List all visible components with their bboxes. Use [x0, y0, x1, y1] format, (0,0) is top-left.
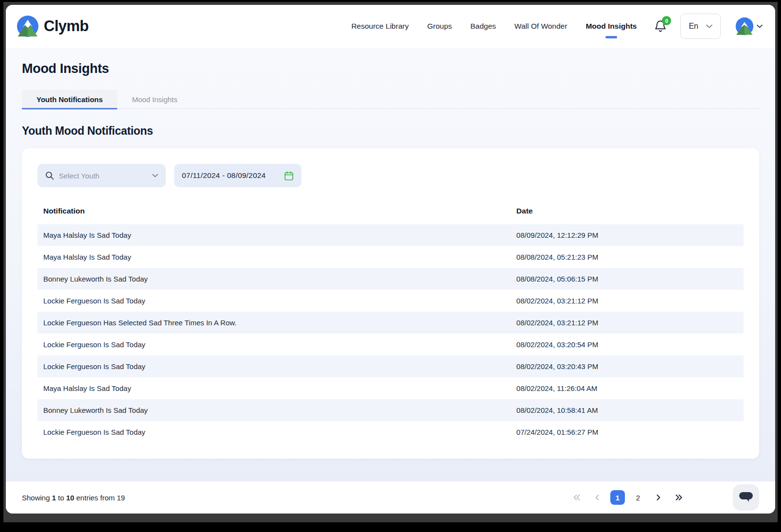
previous-page-button[interactable]	[590, 490, 604, 505]
notifications-card: Select Youth 07/11/2024 - 08/09/2024	[22, 148, 759, 459]
showing-to: to	[58, 494, 64, 502]
table-header-row: Notification Date	[37, 201, 744, 224]
user-menu[interactable]	[735, 17, 763, 35]
showing-word: Showing	[22, 494, 50, 502]
tab-bar: Youth Notifications Mood Insights	[22, 90, 759, 109]
language-select[interactable]: En	[680, 14, 721, 39]
section-title: Youth Mood Notifications	[22, 124, 759, 138]
search-icon	[45, 171, 54, 180]
nav-item-resource-library[interactable]: Resource Library	[351, 17, 408, 35]
clymb-mountain-icon	[17, 15, 39, 37]
table-row: Lockie Fergueson Is Sad Today08/02/2024,…	[37, 355, 744, 377]
table-row: Maya Halslay Is Sad Today08/02/2024, 11:…	[37, 377, 744, 399]
nav-item-badges[interactable]: Badges	[470, 17, 496, 35]
page-title: Mood Insights	[22, 61, 759, 76]
main-content: Mood Insights Youth Notifications Mood I…	[6, 48, 775, 481]
select-youth-placeholder: Select Youth	[59, 172, 99, 180]
chevron-down-icon	[152, 174, 158, 177]
date-cell: 08/09/2024, 12:12:29 PM	[511, 224, 744, 246]
notification-cell: Lockie Fergueson Is Sad Today	[37, 334, 511, 355]
notification-cell: Lockie Fergueson Is Sad Today	[37, 355, 511, 377]
date-cell: 08/08/2024, 05:21:23 PM	[511, 246, 744, 268]
showing-entries-text: Showing 1 to 10 entries from 19	[22, 494, 125, 502]
notification-cell: Lockie Fergueson Is Sad Today	[37, 290, 511, 312]
date-cell: 08/08/2024, 05:06:15 PM	[511, 268, 744, 290]
chat-bubble-icon	[739, 492, 753, 503]
first-page-button[interactable]	[569, 490, 584, 505]
chevron-down-icon	[757, 24, 763, 28]
nav-links: Resource Library Groups Badges Wall Of W…	[351, 17, 637, 35]
date-cell: 08/02/2024, 03:21:12 PM	[511, 312, 744, 334]
table-row: Maya Halslay Is Sad Today08/08/2024, 05:…	[37, 246, 744, 268]
notifications-table: Notification Date Maya Halslay Is Sad To…	[37, 201, 744, 443]
notifications-button[interactable]: 0	[653, 18, 668, 35]
last-page-button[interactable]	[672, 490, 686, 505]
date-cell: 08/02/2024, 03:20:43 PM	[511, 355, 744, 377]
language-value: En	[689, 22, 698, 31]
date-cell: 07/24/2024, 01:56:27 PM	[511, 421, 744, 443]
notification-count-badge: 0	[662, 16, 671, 25]
brand-name: Clymb	[44, 18, 89, 35]
chat-widget-button[interactable]	[733, 484, 759, 511]
page-button-1[interactable]: 1	[610, 490, 625, 505]
table-row: Lockie Fergueson Is Sad Today08/02/2024,…	[37, 334, 744, 355]
pagination: 1 2	[569, 490, 686, 505]
table-row: Lockie Fergueson Is Sad Today08/02/2024,…	[37, 290, 744, 312]
brand-logo[interactable]: Clymb	[17, 15, 89, 37]
nav-item-groups[interactable]: Groups	[427, 17, 452, 35]
table-row: Lockie Fergueson Has Selected Sad Three …	[37, 312, 744, 334]
app-window: Clymb Resource Library Groups Badges Wal…	[6, 5, 775, 514]
chevron-down-icon	[706, 24, 712, 28]
showing-rest: entries from 19	[76, 494, 125, 502]
filters-row: Select Youth 07/11/2024 - 08/09/2024	[37, 164, 744, 187]
date-range-value: 07/11/2024 - 08/09/2024	[182, 171, 266, 180]
date-cell: 08/02/2024, 11:26:04 AM	[511, 377, 744, 399]
date-range-picker[interactable]: 07/11/2024 - 08/09/2024	[174, 164, 302, 187]
column-header-date: Date	[511, 201, 744, 224]
tab-youth-notifications[interactable]: Youth Notifications	[22, 90, 117, 108]
date-cell: 08/02/2024, 03:20:54 PM	[511, 334, 744, 355]
date-cell: 08/02/2024, 10:58:41 AM	[511, 399, 744, 421]
notification-cell: Maya Halslay Is Sad Today	[37, 377, 511, 399]
tab-mood-insights[interactable]: Mood Insights	[117, 90, 192, 108]
table-footer: Showing 1 to 10 entries from 19 1 2	[6, 481, 775, 514]
top-navbar: Clymb Resource Library Groups Badges Wal…	[6, 5, 775, 48]
date-cell: 08/02/2024, 03:21:12 PM	[511, 290, 744, 312]
showing-start: 1	[52, 494, 56, 502]
notification-cell: Bonney Lukeworth Is Sad Today	[37, 268, 511, 290]
table-row: Bonney Lukeworth Is Sad Today08/08/2024,…	[37, 268, 744, 290]
notification-cell: Maya Halslay Is Sad Today	[37, 246, 511, 268]
avatar	[735, 17, 754, 35]
select-youth-dropdown[interactable]: Select Youth	[37, 164, 166, 187]
column-header-notification: Notification	[37, 201, 511, 224]
notification-cell: Lockie Fergueson Is Sad Today	[37, 421, 511, 443]
notification-cell: Maya Halslay Is Sad Today	[37, 224, 511, 246]
table-row: Maya Halslay Is Sad Today08/09/2024, 12:…	[37, 224, 744, 246]
nav-item-mood-insights[interactable]: Mood Insights	[586, 17, 637, 35]
page-button-2[interactable]: 2	[631, 490, 645, 505]
nav-item-wall-of-wonder[interactable]: Wall Of Wonder	[515, 17, 568, 35]
table-row: Bonney Lukeworth Is Sad Today08/02/2024,…	[37, 399, 744, 421]
notification-cell: Lockie Fergueson Has Selected Sad Three …	[37, 312, 511, 334]
next-page-button[interactable]	[651, 490, 666, 505]
calendar-icon	[284, 171, 294, 181]
notification-cell: Bonney Lukeworth Is Sad Today	[37, 399, 511, 421]
showing-end: 10	[66, 494, 74, 502]
table-row: Lockie Fergueson Is Sad Today07/24/2024,…	[37, 421, 744, 443]
